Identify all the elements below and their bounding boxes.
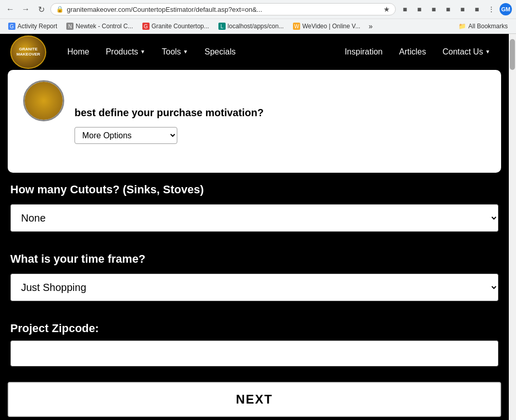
nav-inspiration[interactable]: Inspiration bbox=[337, 34, 391, 70]
bookmark-label-activity: Activity Report bbox=[17, 23, 57, 30]
address-bar[interactable]: 🔒 granitemakeover.com/CountertopEstimato… bbox=[50, 3, 396, 15]
all-bookmarks-label: All Bookmarks bbox=[468, 23, 508, 30]
all-bookmarks-button[interactable]: 📁 All Bookmarks bbox=[454, 21, 512, 31]
tools-caret: ▼ bbox=[183, 34, 188, 70]
zipcode-input[interactable] bbox=[10, 340, 499, 367]
page-wrapper: GRANITEMAKEOVER Home Products ▼ Tools ▼ … bbox=[0, 34, 516, 420]
url-text: granitemakeover.com/CountertopEstimator/… bbox=[67, 6, 380, 13]
zipcode-label: Project Zipcode: bbox=[10, 322, 499, 335]
nav-right: Inspiration Articles Contact Us ▼ bbox=[337, 34, 499, 70]
cutouts-label: How many Cutouts? (Sinks, Stoves) bbox=[10, 183, 499, 196]
nav-contact[interactable]: Contact Us ▼ bbox=[434, 34, 499, 70]
main-content: best define your purchase motivation? Mo… bbox=[0, 70, 509, 420]
profile-button[interactable]: ■ bbox=[413, 3, 426, 15]
browser-actions: ■ ■ ■ ■ ■ ■ ⋮ GM bbox=[399, 3, 512, 15]
page-content: GRANITEMAKEOVER Home Products ▼ Tools ▼ … bbox=[0, 34, 509, 420]
bookmark-item-wevideo[interactable]: W WeVideo | Online V... bbox=[289, 21, 364, 31]
bookmark-item-newtek[interactable]: N Newtek - Control C... bbox=[62, 21, 137, 31]
logo-text: GRANITEMAKEOVER bbox=[16, 47, 40, 57]
mobile-button[interactable]: ■ bbox=[456, 3, 469, 15]
bookmarks-bar: G Activity Report N Newtek - Control C..… bbox=[0, 19, 516, 33]
cutouts-section: How many Cutouts? (Sinks, Stoves) None 1… bbox=[8, 173, 501, 242]
reload-button[interactable]: ↻ bbox=[35, 3, 47, 15]
site-nav: GRANITEMAKEOVER Home Products ▼ Tools ▼ … bbox=[0, 34, 509, 70]
bookmark-item-granite[interactable]: G Granite Countertop... bbox=[138, 21, 213, 31]
bookmark-item-activity[interactable]: G Activity Report bbox=[4, 21, 61, 31]
bookmark-label-newtek: Newtek - Control C... bbox=[76, 23, 133, 30]
nav-products[interactable]: Products ▼ bbox=[98, 34, 154, 70]
extensions-button[interactable]: ■ bbox=[399, 3, 411, 15]
menu-button[interactable]: ⋮ bbox=[485, 3, 497, 15]
logo-circle: GRANITEMAKEOVER bbox=[10, 35, 46, 69]
scrollbar-thumb[interactable] bbox=[510, 39, 515, 70]
bookmark-favicon-localhost: L bbox=[218, 23, 226, 30]
back-button[interactable]: ← bbox=[4, 3, 16, 15]
bookmark-favicon-wevideo: W bbox=[293, 23, 300, 30]
product-image-inner bbox=[25, 82, 63, 120]
user-avatar[interactable]: GM bbox=[500, 3, 512, 15]
more-options-select[interactable]: More Options bbox=[75, 127, 177, 144]
forward-button[interactable]: → bbox=[20, 3, 32, 15]
bookmark-favicon-newtek: N bbox=[66, 23, 73, 30]
browser-toolbar: ← → ↻ 🔒 granitemakeover.com/CountertopEs… bbox=[0, 0, 516, 19]
timeframe-select[interactable]: Just Shopping Within 3 Months Within 1 M… bbox=[10, 273, 499, 301]
bookmark-favicon-granite: G bbox=[142, 23, 150, 30]
timeframe-label: What is your time frame? bbox=[10, 252, 499, 266]
cutouts-select[interactable]: None 1 2 3 4+ bbox=[10, 204, 499, 232]
bookmark-label-localhost: localhost/apps/con... bbox=[228, 23, 284, 30]
bookmark-label-wevideo: WeVideo | Online V... bbox=[302, 23, 360, 30]
site-logo[interactable]: GRANITEMAKEOVER bbox=[10, 35, 49, 69]
contact-caret: ▼ bbox=[485, 34, 490, 70]
timeframe-section: What is your time frame? Just Shopping W… bbox=[8, 242, 501, 312]
next-button[interactable]: NEXT bbox=[8, 382, 501, 417]
adblock-button[interactable]: ■ bbox=[428, 3, 440, 15]
motivation-question: best define your purchase motivation? bbox=[75, 106, 486, 119]
product-image bbox=[23, 80, 64, 121]
scrollbar[interactable] bbox=[509, 34, 516, 420]
partial-card: best define your purchase motivation? Mo… bbox=[8, 70, 501, 173]
save-button[interactable]: ■ bbox=[471, 3, 483, 15]
partial-card-right: best define your purchase motivation? Mo… bbox=[75, 80, 486, 144]
nav-links: Home Products ▼ Tools ▼ Specials bbox=[59, 34, 337, 70]
more-bookmarks-button[interactable]: » bbox=[365, 21, 376, 32]
partial-card-left bbox=[23, 80, 64, 121]
nav-home[interactable]: Home bbox=[59, 34, 98, 70]
folder-icon: 📁 bbox=[458, 23, 466, 30]
nav-specials[interactable]: Specials bbox=[196, 34, 244, 70]
bookmark-star-icon[interactable]: ★ bbox=[383, 5, 390, 13]
browser-chrome: ← → ↻ 🔒 granitemakeover.com/CountertopEs… bbox=[0, 0, 516, 34]
bookmark-label-granite: Granite Countertop... bbox=[152, 23, 209, 30]
bookmark-favicon-activity: G bbox=[8, 23, 15, 30]
bookmark-item-localhost[interactable]: L localhost/apps/con... bbox=[214, 21, 288, 31]
products-caret: ▼ bbox=[140, 34, 145, 70]
lock-icon: 🔒 bbox=[56, 6, 64, 13]
zipcode-section: Project Zipcode: bbox=[8, 312, 501, 377]
translate-button[interactable]: ■ bbox=[442, 3, 454, 15]
nav-articles[interactable]: Articles bbox=[391, 34, 434, 70]
nav-tools[interactable]: Tools ▼ bbox=[154, 34, 196, 70]
